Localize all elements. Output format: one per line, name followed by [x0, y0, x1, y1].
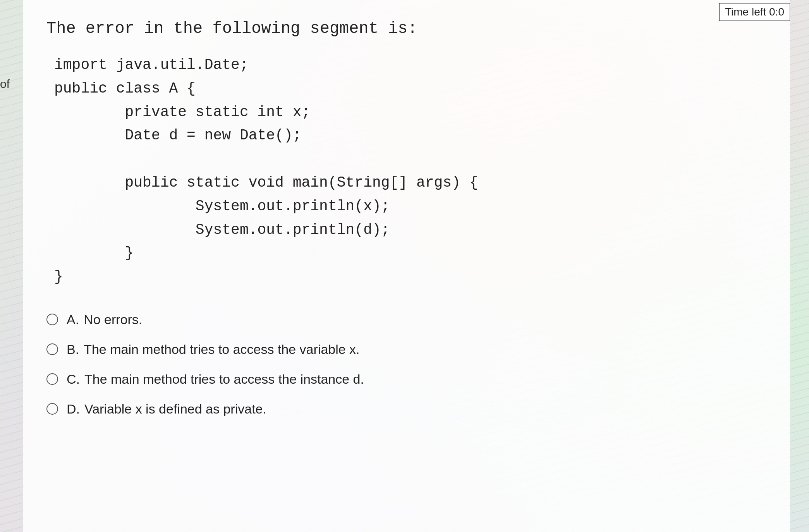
option-a-text: No errors. — [84, 312, 142, 327]
code-line-2: public class A { — [54, 77, 767, 101]
option-b[interactable]: B. The main method tries to access the v… — [46, 342, 767, 357]
radio-b[interactable] — [46, 343, 58, 355]
option-b-label: B. — [67, 342, 79, 357]
radio-c[interactable] — [46, 373, 58, 385]
code-line-3: private static int x; — [54, 101, 767, 124]
code-line-1: import java.util.Date; — [54, 53, 767, 77]
timer-box: Time left 0:0 — [719, 3, 790, 21]
options-section: A. No errors. B. The main method tries t… — [46, 312, 767, 417]
code-line-8: System.out.println(d); — [54, 218, 767, 242]
code-block: import java.util.Date; public class A { … — [46, 53, 767, 289]
code-line-7: System.out.println(x); — [54, 195, 767, 218]
option-d-label: D. — [67, 402, 80, 417]
side-label: of — [0, 77, 10, 91]
option-b-text: The main method tries to access the vari… — [84, 342, 359, 357]
timer-label: Time left 0:0 — [725, 6, 784, 18]
option-a[interactable]: A. No errors. — [46, 312, 767, 327]
code-line-9: } — [54, 242, 767, 265]
question-text: The error in the following segment is: — [46, 19, 767, 38]
code-line-10: } — [54, 265, 767, 289]
option-d[interactable]: D. Variable x is defined as private. — [46, 402, 767, 417]
radio-d[interactable] — [46, 403, 58, 415]
option-d-text: Variable x is defined as private. — [84, 402, 266, 417]
content-area: Time left 0:0 The error in the following… — [23, 0, 790, 532]
radio-a[interactable] — [46, 314, 58, 325]
code-line-5 — [54, 148, 767, 171]
option-a-label: A. — [67, 312, 79, 327]
code-line-4: Date d = new Date(); — [54, 124, 767, 148]
option-c-label: C. — [67, 372, 80, 387]
option-c-text: The main method tries to access the inst… — [84, 372, 364, 387]
option-c[interactable]: C. The main method tries to access the i… — [46, 372, 767, 387]
code-line-6: public static void main(String[] args) { — [54, 171, 767, 195]
